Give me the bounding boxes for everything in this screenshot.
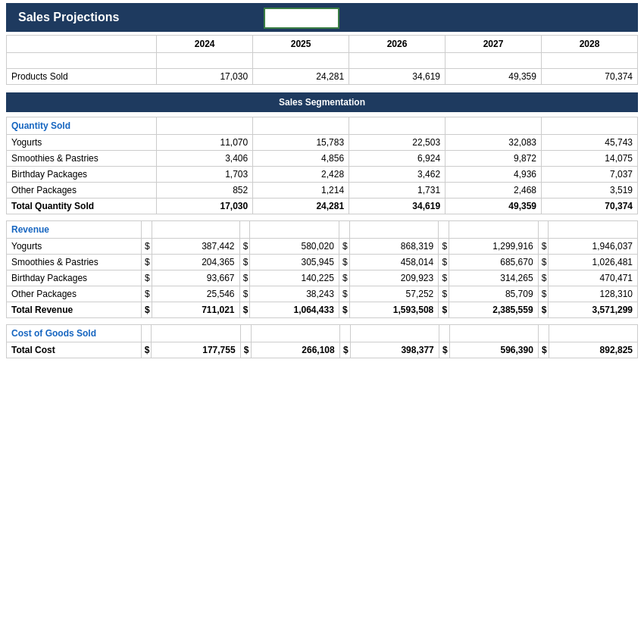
smoothies-rev-2026: 458,014 bbox=[349, 255, 439, 270]
cogs-subheader: Cost of Goods Sold bbox=[7, 325, 142, 342]
empty-spacer-2027 bbox=[445, 53, 542, 69]
yogurts-qty-2028: 45,743 bbox=[542, 135, 638, 151]
total-qty-2026: 34,619 bbox=[349, 199, 445, 214]
other-rev-label: Other Packages bbox=[7, 286, 142, 302]
smoothies-rev-dollar-2025: $ bbox=[239, 255, 250, 270]
products-sold-2026: 34,619 bbox=[349, 69, 445, 85]
empty-header-label bbox=[7, 36, 157, 53]
total-cost-row: Total Cost $ 177,755 $ 266,108 $ 398,377… bbox=[7, 342, 638, 358]
revenue-table: Revenue Yogurts $ 387,442 $ 580,020 $ 86 bbox=[6, 220, 638, 318]
empty-spacer-2025 bbox=[253, 53, 349, 69]
other-rev-2028: 128,310 bbox=[549, 286, 638, 302]
qs-empty-2026 bbox=[349, 117, 445, 135]
empty-spacer bbox=[7, 53, 157, 69]
rev-empty-dollar-2026 bbox=[339, 221, 349, 239]
birthday-qty-2026: 3,462 bbox=[349, 167, 445, 183]
year-header-2024: 2024 bbox=[157, 36, 253, 53]
other-rev-dollar-2027: $ bbox=[439, 286, 449, 302]
total-rev-2025: 1,064,433 bbox=[250, 302, 339, 318]
yogurts-qty-row: Yogurts 11,070 15,783 22,503 32,083 45,7… bbox=[7, 135, 638, 151]
total-cost-label: Total Cost bbox=[7, 342, 142, 358]
empty-spacer-2024 bbox=[157, 53, 253, 69]
sales-segmentation-header: Sales Segmentation bbox=[6, 92, 638, 112]
yogurts-qty-label: Yogurts bbox=[7, 135, 157, 151]
smoothies-qty-2026: 6,924 bbox=[349, 151, 445, 167]
total-qty-2028: 70,374 bbox=[542, 199, 638, 214]
rev-empty-dollar-2024 bbox=[141, 221, 152, 239]
total-qty-label: Total Quantity Sold bbox=[7, 199, 157, 214]
rev-empty-dollar-2028 bbox=[538, 221, 549, 239]
cogs-empty-2026 bbox=[350, 325, 439, 342]
yogurts-qty-2026: 22,503 bbox=[349, 135, 445, 151]
year-header-2025: 2025 bbox=[253, 36, 349, 53]
total-qty-2024: 17,030 bbox=[157, 199, 253, 214]
yogurts-rev-dollar-2027: $ bbox=[439, 239, 449, 255]
rev-empty-2025 bbox=[250, 221, 339, 239]
header-input-box[interactable] bbox=[264, 8, 339, 29]
qs-empty-2028 bbox=[542, 117, 638, 135]
yogurts-rev-dollar-2028: $ bbox=[538, 239, 549, 255]
yogurts-rev-2028: 1,946,037 bbox=[549, 239, 638, 255]
yogurts-rev-row: Yogurts $ 387,442 $ 580,020 $ 868,319 $ … bbox=[7, 239, 638, 255]
other-rev-2027: 85,709 bbox=[449, 286, 539, 302]
quantity-sold-subheader: Quantity Sold bbox=[7, 117, 157, 135]
total-cost-dollar-2024: $ bbox=[141, 342, 152, 358]
cogs-empty-dollar-2028 bbox=[538, 325, 549, 342]
revenue-subheader: Revenue bbox=[7, 221, 142, 239]
total-rev-dollar-2028: $ bbox=[538, 302, 549, 318]
total-cost-2025: 266,108 bbox=[251, 342, 339, 358]
total-cost-2028: 892,825 bbox=[549, 342, 637, 358]
other-rev-dollar-2026: $ bbox=[339, 286, 349, 302]
rev-empty-2028 bbox=[549, 221, 638, 239]
smoothies-qty-2028: 14,075 bbox=[542, 151, 638, 167]
other-qty-row: Other Packages 852 1,214 1,731 2,468 3,5… bbox=[7, 183, 638, 199]
qs-empty-2024 bbox=[157, 117, 253, 135]
smoothies-rev-2027: 685,670 bbox=[449, 255, 539, 270]
total-rev-dollar-2025: $ bbox=[239, 302, 250, 318]
rev-empty-dollar-2025 bbox=[239, 221, 250, 239]
rev-empty-dollar-2027 bbox=[439, 221, 449, 239]
total-qty-2025: 24,281 bbox=[253, 199, 349, 214]
birthday-rev-2028: 470,471 bbox=[549, 270, 638, 286]
birthday-qty-2027: 4,936 bbox=[445, 167, 542, 183]
smoothies-qty-2027: 9,872 bbox=[445, 151, 542, 167]
birthday-rev-2026: 209,923 bbox=[349, 270, 439, 286]
other-rev-row: Other Packages $ 25,546 $ 38,243 $ 57,25… bbox=[7, 286, 638, 302]
rev-empty-2027 bbox=[449, 221, 539, 239]
cogs-empty-dollar-2024 bbox=[141, 325, 152, 342]
birthday-rev-dollar-2028: $ bbox=[538, 270, 549, 286]
cogs-empty-2024 bbox=[152, 325, 240, 342]
total-rev-2026: 1,593,508 bbox=[349, 302, 439, 318]
smoothies-rev-2028: 1,026,481 bbox=[549, 255, 638, 270]
smoothies-rev-2024: 204,365 bbox=[152, 255, 239, 270]
smoothies-rev-dollar-2026: $ bbox=[339, 255, 349, 270]
smoothies-rev-dollar-2027: $ bbox=[439, 255, 449, 270]
quantity-sold-subheader-row: Quantity Sold bbox=[7, 117, 638, 135]
smoothies-qty-row: Smoothies & Pastries 3,406 4,856 6,924 9… bbox=[7, 151, 638, 167]
empty-spacer-2028 bbox=[541, 53, 637, 69]
cogs-empty-dollar-2027 bbox=[439, 325, 449, 342]
yogurts-qty-2027: 32,083 bbox=[445, 135, 542, 151]
total-rev-dollar-2027: $ bbox=[439, 302, 449, 318]
yogurts-rev-2027: 1,299,916 bbox=[449, 239, 539, 255]
cogs-table: Cost of Goods Sold Total Cost $ 177,755 … bbox=[6, 324, 638, 358]
yogurts-rev-dollar-2024: $ bbox=[141, 239, 152, 255]
products-sold-label: Products Sold bbox=[7, 69, 157, 85]
revenue-subheader-row: Revenue bbox=[7, 221, 638, 239]
smoothies-qty-2024: 3,406 bbox=[157, 151, 253, 167]
total-cost-dollar-2026: $ bbox=[339, 342, 350, 358]
year-header-2027: 2027 bbox=[445, 36, 542, 53]
birthday-qty-row: Birthday Packages 1,703 2,428 3,462 4,93… bbox=[7, 167, 638, 183]
qs-empty-2025 bbox=[253, 117, 349, 135]
empty-spacer-2026 bbox=[349, 53, 445, 69]
other-rev-2024: 25,546 bbox=[152, 286, 239, 302]
total-cost-dollar-2027: $ bbox=[439, 342, 449, 358]
smoothies-rev-dollar-2024: $ bbox=[141, 255, 152, 270]
smoothies-rev-2025: 305,945 bbox=[250, 255, 339, 270]
cogs-empty-2028 bbox=[549, 325, 637, 342]
birthday-rev-2027: 314,265 bbox=[449, 270, 539, 286]
products-sold-row: Products Sold 17,030 24,281 34,619 49,35… bbox=[7, 69, 638, 85]
header-title: Sales Projections bbox=[18, 11, 119, 24]
total-cost-2027: 596,390 bbox=[449, 342, 538, 358]
smoothies-rev-label: Smoothies & Pastries bbox=[7, 255, 142, 270]
